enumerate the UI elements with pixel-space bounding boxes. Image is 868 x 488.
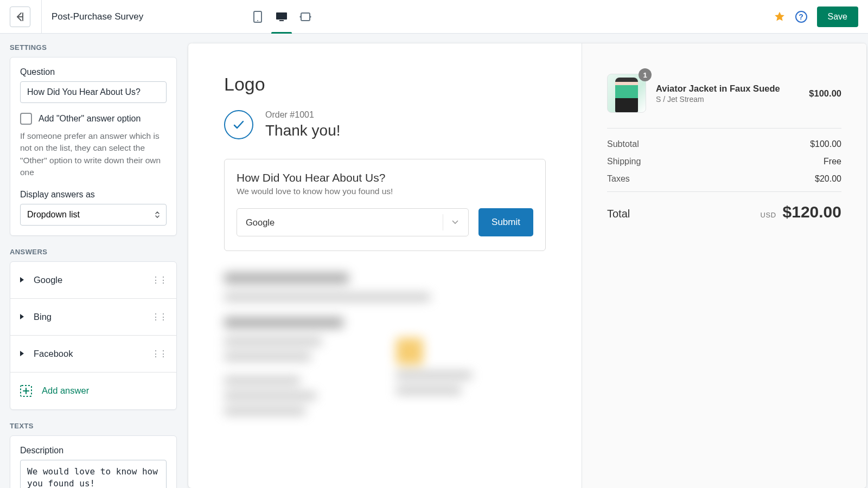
answers-heading: ANSWERS	[10, 248, 177, 256]
currency-code: USD	[761, 211, 776, 219]
svg-point-3	[257, 20, 258, 21]
preview-frame: Logo Order #1001 Thank you! How Did You …	[188, 43, 866, 488]
device-desktop-tab[interactable]	[276, 11, 288, 23]
device-mobile-tab[interactable]	[252, 11, 264, 23]
subtotal-label: Subtotal	[607, 139, 639, 149]
logo-text: Logo	[224, 74, 546, 95]
question-input[interactable]	[20, 81, 167, 103]
item-price: $100.00	[809, 88, 841, 99]
back-button[interactable]	[10, 7, 30, 27]
help-button[interactable]: ?	[795, 11, 807, 23]
settings-card: Question Add "Other" answer option If so…	[10, 57, 177, 236]
texts-card: Description	[10, 435, 177, 488]
chevron-right-icon	[20, 277, 24, 282]
subtotal-value: $100.00	[810, 139, 841, 149]
description-label: Description	[20, 446, 167, 455]
checkmark-circle-icon	[224, 110, 253, 139]
checkout-main: Logo Order #1001 Thank you! How Did You …	[188, 43, 582, 488]
line-item: 1 Aviator Jacket in Faux Suede S / Jet S…	[607, 74, 841, 113]
add-icon	[20, 385, 32, 397]
separator	[41, 0, 42, 34]
page-title: Post-Purchase Survey	[52, 11, 143, 22]
sidebar: SETTINGS Question Add "Other" answer opt…	[0, 34, 187, 488]
preview-pane: Logo Order #1001 Thank you! How Did You …	[187, 34, 868, 488]
add-answer-button[interactable]: Add answer	[10, 373, 176, 409]
item-variant: S / Jet Stream	[656, 95, 780, 104]
total-value: $120.00	[783, 203, 841, 221]
svg-rect-6	[301, 13, 310, 21]
drag-handle-icon[interactable]: ⋮⋮	[151, 349, 167, 359]
display-label: Display answers as	[20, 190, 167, 200]
item-title: Aviator Jacket in Faux Suede	[656, 84, 780, 94]
shipping-label: Shipping	[607, 157, 641, 166]
svg-rect-5	[279, 20, 284, 21]
other-help-text: If someone prefer an answer which is not…	[20, 130, 167, 179]
add-other-label: Add "Other" answer option	[39, 114, 141, 124]
chevron-right-icon	[20, 351, 24, 356]
settings-heading: SETTINGS	[10, 43, 177, 52]
survey-dropdown[interactable]: Google	[237, 208, 469, 236]
blurred-content	[224, 273, 546, 422]
order-summary: 1 Aviator Jacket in Faux Suede S / Jet S…	[582, 43, 866, 488]
mobile-icon	[253, 11, 262, 23]
add-other-checkbox[interactable]	[20, 113, 32, 125]
drag-handle-icon[interactable]: ⋮⋮	[151, 312, 167, 322]
submit-button[interactable]: Submit	[478, 208, 533, 236]
drag-handle-icon[interactable]: ⋮⋮	[151, 275, 167, 285]
chevron-down-icon	[452, 220, 458, 224]
star-icon[interactable]	[774, 11, 786, 23]
quantity-badge: 1	[639, 68, 652, 81]
answer-item[interactable]: Bing ⋮⋮	[10, 299, 176, 336]
chevron-right-icon	[20, 314, 24, 319]
device-fullwidth-tab[interactable]	[299, 11, 311, 23]
texts-heading: TEXTS	[10, 422, 177, 430]
save-button[interactable]: Save	[817, 7, 858, 27]
thank-you-text: Thank you!	[265, 122, 341, 139]
total-label: Total	[607, 208, 630, 220]
answers-card: Google ⋮⋮ Bing ⋮⋮ Facebook ⋮⋮ Add answer	[10, 261, 177, 410]
survey-subtitle: We would love to know how you found us!	[237, 187, 533, 196]
answer-item[interactable]: Google ⋮⋮	[10, 262, 176, 299]
desktop-icon	[276, 12, 288, 22]
display-select[interactable]: Dropdown list	[20, 204, 167, 226]
survey-card: How Did You Hear About Us? We would love…	[224, 159, 546, 251]
taxes-value: $20.00	[815, 174, 841, 184]
svg-rect-1	[22, 12, 23, 21]
order-number: Order #1001	[265, 110, 341, 120]
description-input[interactable]	[20, 460, 167, 488]
answer-item[interactable]: Facebook ⋮⋮	[10, 336, 176, 373]
question-label: Question	[20, 67, 167, 77]
shipping-value: Free	[824, 157, 841, 166]
answer-label: Facebook	[34, 349, 151, 359]
expand-icon	[299, 12, 311, 21]
device-preview-tabs	[252, 11, 311, 23]
dropdown-value: Google	[246, 217, 275, 228]
survey-question: How Did You Hear About Us?	[237, 171, 533, 184]
answer-label: Google	[34, 275, 151, 285]
answer-label: Bing	[34, 312, 151, 322]
svg-rect-4	[276, 12, 287, 20]
back-arrow-icon	[15, 11, 25, 22]
taxes-label: Taxes	[607, 174, 630, 184]
top-bar: Post-Purchase Survey ? Save	[0, 0, 868, 34]
add-answer-label: Add answer	[42, 386, 89, 396]
